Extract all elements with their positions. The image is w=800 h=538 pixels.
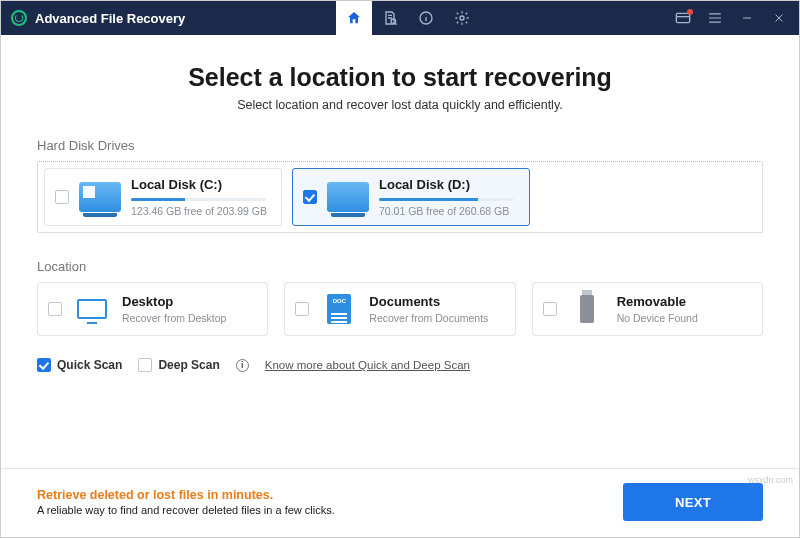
- drive-free-info: 70.01 GB free of 260.68 GB: [379, 205, 514, 217]
- location-checkbox-documents[interactable]: [295, 302, 309, 316]
- location-card-removable[interactable]: Removable No Device Found: [532, 282, 763, 336]
- hamburger-icon: [708, 12, 722, 24]
- location-name: Desktop: [122, 294, 226, 309]
- tab-scan[interactable]: [372, 1, 408, 35]
- tab-settings[interactable]: [444, 1, 480, 35]
- title-bar: Advanced File Recovery: [1, 1, 799, 35]
- drive-name: Local Disk (D:): [379, 177, 514, 192]
- section-label-location: Location: [37, 259, 763, 274]
- location-checkbox-desktop[interactable]: [48, 302, 62, 316]
- deep-scan-label: Deep Scan: [158, 358, 219, 372]
- drive-checkbox-c[interactable]: [55, 190, 69, 204]
- usb-icon: [567, 294, 607, 324]
- tab-info[interactable]: [408, 1, 444, 35]
- app-title: Advanced File Recovery: [35, 11, 185, 26]
- quick-scan-checkbox[interactable]: [37, 358, 51, 372]
- location-card-documents[interactable]: Documents Recover from Documents: [284, 282, 515, 336]
- location-name: Documents: [369, 294, 488, 309]
- drive-checkbox-d[interactable]: [303, 190, 317, 204]
- drive-usage-bar: [379, 198, 514, 201]
- section-label-drives: Hard Disk Drives: [37, 138, 763, 153]
- location-name: Removable: [617, 294, 698, 309]
- location-info: Recover from Desktop: [122, 312, 226, 324]
- drive-usage-bar: [131, 198, 266, 201]
- close-button[interactable]: [763, 1, 795, 35]
- deep-scan-checkbox[interactable]: [138, 358, 152, 372]
- footer-bar: Retrieve deleted or lost files in minute…: [1, 468, 799, 521]
- minimize-icon: [741, 12, 753, 24]
- svg-rect-3: [676, 13, 689, 22]
- gear-icon: [454, 10, 470, 26]
- inbox-icon: [675, 12, 691, 24]
- minimize-button[interactable]: [731, 1, 763, 35]
- documents-icon: [319, 294, 359, 324]
- drive-info: Local Disk (D:) 70.01 GB free of 260.68 …: [379, 177, 514, 217]
- tip-title: Retrieve deleted or lost files in minute…: [37, 488, 335, 502]
- menu-button[interactable]: [699, 1, 731, 35]
- page-title: Select a location to start recovering: [37, 63, 763, 92]
- tip-subtitle: A reliable way to find and recover delet…: [37, 504, 335, 516]
- quick-scan-option[interactable]: Quick Scan: [37, 358, 122, 372]
- info-icon: [418, 10, 434, 26]
- desktop-icon: [72, 294, 112, 324]
- location-list: Desktop Recover from Desktop Documents R…: [37, 282, 763, 336]
- quick-scan-label: Quick Scan: [57, 358, 122, 372]
- close-icon: [773, 12, 785, 24]
- top-nav: [336, 1, 480, 35]
- main-content: Select a location to start recovering Se…: [1, 35, 799, 382]
- drive-card-d[interactable]: Local Disk (D:) 70.01 GB free of 260.68 …: [292, 168, 530, 226]
- app-logo-icon: [11, 10, 27, 26]
- deep-scan-option[interactable]: Deep Scan: [138, 358, 219, 372]
- hdd-windows-icon: [79, 182, 121, 212]
- window-controls: [667, 1, 799, 35]
- next-button[interactable]: NEXT: [623, 483, 763, 521]
- location-info: Recover from Documents: [369, 312, 488, 324]
- scan-options: Quick Scan Deep Scan i Know more about Q…: [37, 358, 763, 372]
- scan-doc-icon: [382, 10, 398, 26]
- tab-home[interactable]: [336, 1, 372, 35]
- location-info: No Device Found: [617, 312, 698, 324]
- drive-info: Local Disk (C:) 123.46 GB free of 203.99…: [131, 177, 267, 217]
- location-card-desktop[interactable]: Desktop Recover from Desktop: [37, 282, 268, 336]
- hdd-icon: [327, 182, 369, 212]
- location-checkbox-removable[interactable]: [543, 302, 557, 316]
- home-icon: [346, 10, 362, 26]
- scan-info-link[interactable]: Know more about Quick and Deep Scan: [265, 359, 470, 371]
- info-icon: i: [236, 359, 249, 372]
- footer-tip: Retrieve deleted or lost files in minute…: [37, 488, 335, 516]
- svg-point-0: [391, 19, 396, 24]
- svg-point-2: [460, 16, 464, 20]
- drive-name: Local Disk (C:): [131, 177, 267, 192]
- drive-list: Local Disk (C:) 123.46 GB free of 203.99…: [37, 161, 763, 233]
- notifications-button[interactable]: [667, 1, 699, 35]
- page-subtitle: Select location and recover lost data qu…: [37, 98, 763, 112]
- app-brand: Advanced File Recovery: [1, 10, 336, 26]
- drive-card-c[interactable]: Local Disk (C:) 123.46 GB free of 203.99…: [44, 168, 282, 226]
- drive-free-info: 123.46 GB free of 203.99 GB: [131, 205, 267, 217]
